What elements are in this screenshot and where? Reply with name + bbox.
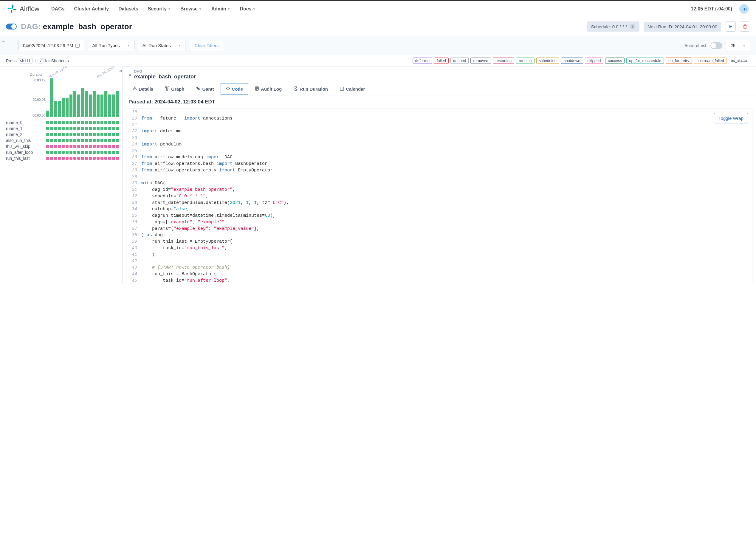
task-instance-cell[interactable] bbox=[62, 151, 65, 154]
status-pill-up_for_reschedule[interactable]: up_for_reschedule bbox=[626, 58, 664, 64]
task-instance-cell[interactable] bbox=[69, 121, 72, 124]
task-instance-cell[interactable] bbox=[108, 121, 111, 124]
task-instance-cell[interactable] bbox=[77, 151, 80, 154]
status-pill-restarting[interactable]: restarting bbox=[493, 58, 514, 64]
task-instance-cell[interactable] bbox=[69, 139, 72, 142]
task-instance-cell[interactable] bbox=[116, 145, 119, 148]
tab-details[interactable]: Details bbox=[127, 83, 159, 95]
nav-item-docs[interactable]: Docs▼ bbox=[240, 6, 256, 12]
toggle-wrap-button[interactable]: Toggle Wrap bbox=[714, 113, 748, 123]
task-instance-cell[interactable] bbox=[69, 145, 72, 148]
base-date-input[interactable]: 04/02/2024, 12:03:29 PM bbox=[18, 40, 84, 51]
task-instance-cell[interactable] bbox=[58, 157, 61, 160]
info-icon[interactable]: i bbox=[630, 24, 635, 29]
task-instance-cell[interactable] bbox=[112, 151, 115, 154]
task-instance-cell[interactable] bbox=[73, 133, 76, 136]
task-instance-cell[interactable] bbox=[93, 133, 96, 136]
task-instance-cell[interactable] bbox=[54, 133, 57, 136]
task-instance-cell[interactable] bbox=[104, 151, 107, 154]
task-instance-cell[interactable] bbox=[62, 127, 65, 130]
task-instance-cell[interactable] bbox=[54, 157, 57, 160]
tab-graph[interactable]: Graph bbox=[160, 83, 190, 95]
tab-calendar[interactable]: Calendar bbox=[335, 83, 370, 95]
task-instance-cell[interactable] bbox=[96, 133, 99, 136]
tab-audit-log[interactable]: Audit Log bbox=[250, 83, 287, 95]
task-instance-cell[interactable] bbox=[85, 151, 88, 154]
task-name[interactable]: also_run_this bbox=[6, 138, 46, 143]
task-name[interactable]: this_will_skip bbox=[6, 144, 46, 149]
task-instance-cell[interactable] bbox=[89, 127, 92, 130]
tab-gantt[interactable]: Gantt bbox=[191, 83, 219, 95]
task-instance-cell[interactable] bbox=[69, 157, 72, 160]
duration-bar[interactable] bbox=[89, 94, 92, 117]
page-size-select[interactable]: 25 ▼ bbox=[726, 40, 750, 51]
task-instance-cell[interactable] bbox=[58, 127, 61, 130]
task-instance-cell[interactable] bbox=[66, 121, 68, 124]
nav-item-admin[interactable]: Admin▼ bbox=[211, 6, 230, 12]
duration-bar[interactable] bbox=[62, 98, 65, 117]
task-instance-cell[interactable] bbox=[50, 133, 53, 136]
task-instance-cell[interactable] bbox=[73, 139, 76, 142]
duration-bar[interactable] bbox=[54, 101, 57, 117]
status-pill-scheduled[interactable]: scheduled bbox=[536, 58, 559, 64]
task-instance-cell[interactable] bbox=[104, 127, 107, 130]
task-instance-cell[interactable] bbox=[96, 127, 99, 130]
status-pill-removed[interactable]: removed bbox=[471, 58, 491, 64]
duration-bar[interactable] bbox=[85, 91, 88, 117]
task-instance-cell[interactable] bbox=[46, 133, 49, 136]
duration-bar[interactable] bbox=[81, 88, 84, 118]
task-instance-cell[interactable] bbox=[116, 133, 119, 136]
task-instance-cell[interactable] bbox=[93, 157, 96, 160]
duration-bar[interactable] bbox=[100, 94, 103, 117]
status-pill-upstream_failed[interactable]: upstream_failed bbox=[694, 58, 727, 64]
task-instance-cell[interactable] bbox=[50, 157, 53, 160]
task-instance-cell[interactable] bbox=[93, 121, 96, 124]
task-instance-cell[interactable] bbox=[69, 133, 72, 136]
task-instance-cell[interactable] bbox=[96, 121, 99, 124]
task-instance-cell[interactable] bbox=[62, 133, 65, 136]
task-instance-cell[interactable] bbox=[50, 151, 53, 154]
task-instance-cell[interactable] bbox=[66, 145, 68, 148]
task-instance-cell[interactable] bbox=[89, 157, 92, 160]
expand-icon[interactable]: ︽ bbox=[2, 39, 5, 43]
task-instance-cell[interactable] bbox=[112, 133, 115, 136]
duration-bar[interactable] bbox=[116, 91, 119, 117]
task-instance-cell[interactable] bbox=[66, 157, 68, 160]
task-instance-cell[interactable] bbox=[112, 127, 115, 130]
task-instance-cell[interactable] bbox=[54, 121, 57, 124]
nav-item-dags[interactable]: DAGs bbox=[51, 6, 65, 12]
task-instance-cell[interactable] bbox=[93, 127, 96, 130]
task-instance-cell[interactable] bbox=[96, 139, 99, 142]
task-instance-cell[interactable] bbox=[104, 133, 107, 136]
duration-bar[interactable] bbox=[58, 101, 61, 117]
task-instance-cell[interactable] bbox=[81, 157, 84, 160]
task-instance-cell[interactable] bbox=[100, 139, 103, 142]
task-instance-cell[interactable] bbox=[58, 133, 61, 136]
task-instance-cell[interactable] bbox=[62, 121, 65, 124]
task-instance-cell[interactable] bbox=[54, 151, 57, 154]
task-instance-cell[interactable] bbox=[58, 151, 61, 154]
duration-bar[interactable] bbox=[108, 94, 111, 117]
task-name[interactable]: runme_1 bbox=[6, 126, 46, 131]
task-instance-cell[interactable] bbox=[81, 133, 84, 136]
task-instance-cell[interactable] bbox=[73, 121, 76, 124]
task-instance-cell[interactable] bbox=[81, 151, 84, 154]
task-instance-cell[interactable] bbox=[69, 151, 72, 154]
task-instance-cell[interactable] bbox=[89, 145, 92, 148]
task-instance-cell[interactable] bbox=[73, 127, 76, 130]
task-instance-cell[interactable] bbox=[104, 139, 107, 142]
duration-bar[interactable] bbox=[66, 98, 68, 117]
task-instance-cell[interactable] bbox=[93, 151, 96, 154]
task-instance-cell[interactable] bbox=[46, 145, 49, 148]
task-instance-cell[interactable] bbox=[96, 151, 99, 154]
task-instance-cell[interactable] bbox=[66, 127, 68, 130]
task-instance-cell[interactable] bbox=[100, 121, 103, 124]
task-instance-cell[interactable] bbox=[93, 139, 96, 142]
status-pill-skipped[interactable]: skipped bbox=[585, 58, 604, 64]
task-instance-cell[interactable] bbox=[77, 133, 80, 136]
status-pill-no_status[interactable]: no_status bbox=[729, 58, 750, 64]
nav-item-browse[interactable]: Browse▼ bbox=[180, 6, 202, 12]
task-instance-cell[interactable] bbox=[108, 139, 111, 142]
task-instance-cell[interactable] bbox=[62, 157, 65, 160]
task-instance-cell[interactable] bbox=[89, 151, 92, 154]
